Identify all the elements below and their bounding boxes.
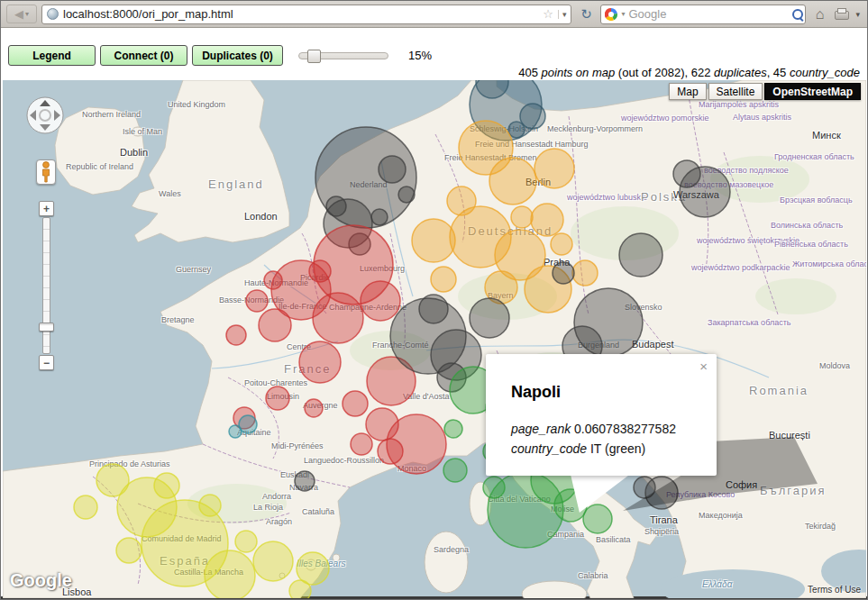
map-type-map-button[interactable]: Map <box>669 83 706 100</box>
stats-line-1: 405 points on map (out of 2082), 622 dup… <box>518 65 860 81</box>
zoom-in-button[interactable]: + <box>39 201 54 216</box>
map-type-openstreetmap-button[interactable]: OpenStreetMap <box>764 83 861 100</box>
home-button[interactable]: ⌂ <box>810 6 828 23</box>
map-marker-orange[interactable] <box>431 267 456 292</box>
map-marker-red[interactable] <box>246 290 268 312</box>
map-markers-layer <box>3 80 866 598</box>
zoom-slider-track[interactable] <box>42 217 50 354</box>
map-marker-dark[interactable] <box>553 262 574 284</box>
search-input[interactable] <box>628 7 787 21</box>
browser-window: ◀ ▾ ☆ ▾ ↻ ▾ ⌂ ▾ <box>0 0 868 600</box>
map-type-control: Map Satellite OpenStreetMap <box>669 83 861 100</box>
map-marker-yellow[interactable] <box>116 538 142 563</box>
toolbar-overflow-icon[interactable]: ▾ <box>854 10 862 19</box>
reload-button[interactable]: ↻ <box>576 5 596 24</box>
map-marker-red[interactable] <box>361 281 400 321</box>
map-marker-yellow[interactable] <box>74 495 97 519</box>
map-marker-orange[interactable] <box>572 260 598 286</box>
map-marker-dark[interactable] <box>398 186 415 203</box>
percent-slider-thumb[interactable] <box>307 50 321 63</box>
map-marker-dark[interactable] <box>326 196 346 216</box>
map-marker-yellow[interactable] <box>154 473 179 498</box>
terms-of-use-link[interactable]: Terms of Use <box>808 585 861 595</box>
map-marker-green[interactable] <box>483 477 505 498</box>
map-marker-orange[interactable] <box>511 206 533 228</box>
search-engine-dropdown-icon[interactable]: ▾ <box>621 10 625 18</box>
pegman-control[interactable] <box>36 159 56 185</box>
map-marker-red[interactable] <box>305 399 323 417</box>
url-input[interactable] <box>63 7 538 21</box>
map-marker-red[interactable] <box>313 293 363 343</box>
map-type-satellite-button[interactable]: Satellite <box>708 83 763 100</box>
map-marker-dark[interactable] <box>673 160 700 187</box>
map-marker-dark[interactable] <box>295 471 315 491</box>
map-marker-dark[interactable] <box>371 209 388 225</box>
map-marker-slate[interactable] <box>508 122 525 138</box>
map-marker-dark[interactable] <box>619 233 662 277</box>
home-icon: ⌂ <box>816 6 825 22</box>
map-marker-red[interactable] <box>266 386 289 410</box>
connect-button[interactable]: Connect (0) <box>100 45 187 66</box>
percent-slider[interactable] <box>298 52 388 59</box>
map-marker-orange[interactable] <box>531 204 563 236</box>
map-marker-red[interactable] <box>264 271 282 289</box>
back-button[interactable]: ◀ ▾ <box>6 5 37 23</box>
map-marker-teal[interactable] <box>229 425 242 438</box>
search-bar[interactable]: ▾ <box>600 5 806 24</box>
map-marker-red[interactable] <box>378 439 403 464</box>
bookmark-star-icon[interactable]: ☆ <box>543 7 553 21</box>
zoom-control: + − <box>39 201 54 370</box>
pegman-icon <box>40 161 52 183</box>
map-marker-red[interactable] <box>226 325 246 345</box>
zoom-out-button[interactable]: − <box>39 355 54 370</box>
url-history-dropdown-icon[interactable]: ▾ <box>558 10 567 19</box>
map-marker-orange[interactable] <box>551 233 572 255</box>
map-marker-red[interactable] <box>351 433 372 455</box>
back-dropdown-icon: ▾ <box>25 10 29 18</box>
browser-toolbar: ◀ ▾ ☆ ▾ ↻ ▾ ⌂ ▾ <box>1 1 867 28</box>
duplicates-button[interactable]: Duplicates (0) <box>192 45 283 66</box>
infowindow-title: Napoli <box>511 383 561 402</box>
map-marker-yellow[interactable] <box>199 495 221 516</box>
google-maps-logo[interactable]: Google <box>10 570 72 591</box>
map-marker-dark[interactable] <box>379 156 406 183</box>
infowindow-close-icon[interactable]: × <box>699 359 708 374</box>
zoom-slider-thumb[interactable] <box>39 323 54 332</box>
infowindow-row-pagerank: page_rank 0.0607838277582 <box>511 419 676 439</box>
legend-button[interactable]: Legend <box>8 45 96 66</box>
map-marker-green[interactable] <box>444 420 462 438</box>
map-marker-red[interactable] <box>343 391 368 416</box>
map-canvas[interactable]: Northern IrelandUnited KingdomIsle of Ma… <box>3 80 866 598</box>
infowindow-row-countrycode: country_code IT (green) <box>511 439 676 459</box>
map-marker-dark[interactable] <box>419 295 448 323</box>
map-marker-yellow[interactable] <box>253 541 293 581</box>
site-favicon <box>47 8 59 20</box>
search-icon[interactable] <box>790 7 805 22</box>
pan-control[interactable] <box>25 95 65 135</box>
printer-icon[interactable] <box>833 7 849 21</box>
map-marker-red[interactable] <box>366 408 398 441</box>
map-marker-yellow[interactable] <box>205 550 255 598</box>
infowindow: × Napoli page_rank 0.0607838277582 count… <box>486 354 717 476</box>
map-marker-red[interactable] <box>299 341 341 383</box>
map-marker-red[interactable] <box>259 309 291 341</box>
map-marker-red[interactable] <box>309 260 331 282</box>
infowindow-body: page_rank 0.0607838277582 country_code I… <box>511 419 676 459</box>
map-marker-green[interactable] <box>443 459 467 482</box>
map-marker-orange[interactable] <box>447 186 476 215</box>
map-marker-green[interactable] <box>583 505 612 533</box>
percent-value: 15% <box>408 49 432 62</box>
google-logo-icon[interactable] <box>605 8 617 21</box>
map-marker-orange[interactable] <box>412 219 455 262</box>
page-toolbar: Legend Connect (0) Duplicates (0) 15% 40… <box>1 28 867 80</box>
map-marker-yellow[interactable] <box>235 531 257 552</box>
map-marker-orange[interactable] <box>489 158 536 205</box>
back-icon: ◀ <box>14 7 23 21</box>
map-marker-dark[interactable] <box>470 298 509 338</box>
map-marker-yellow[interactable] <box>96 464 129 496</box>
reload-icon: ↻ <box>580 6 592 23</box>
map-marker-orange[interactable] <box>535 149 574 188</box>
map-marker-yellow[interactable] <box>289 580 311 598</box>
address-bar[interactable]: ☆ ▾ <box>41 5 571 24</box>
